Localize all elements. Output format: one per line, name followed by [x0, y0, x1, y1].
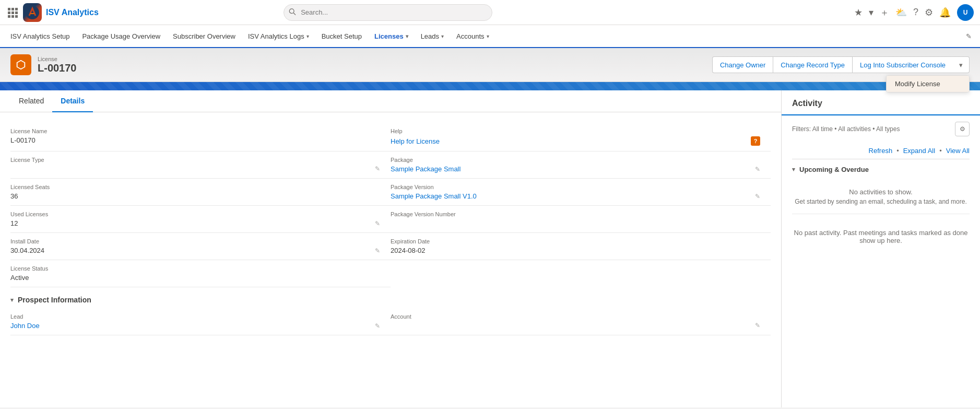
- activity-header: Activity: [782, 90, 980, 115]
- field-help: Help Help for License ?: [391, 123, 771, 151]
- nav-label-isv-logs: ISV Analytics Logs: [248, 32, 304, 40]
- setup-icon[interactable]: ⛅: [895, 7, 907, 18]
- nav-item-isv-logs[interactable]: ISV Analytics Logs ▾: [242, 25, 315, 48]
- package-version-number-label: Package Version Number: [391, 211, 760, 217]
- record-type-icon: [10, 54, 31, 75]
- header-actions-dropdown-button[interactable]: ▾: [953, 56, 970, 73]
- log-into-subscriber-console-button[interactable]: Log Into Subscriber Console: [852, 56, 953, 73]
- change-record-type-button[interactable]: Change Record Type: [773, 56, 852, 73]
- install-date-value-wrap: 30.04.2024 ✎: [10, 247, 380, 254]
- nav-label-package-usage: Package Usage Overview: [82, 32, 160, 40]
- lead-label: Lead: [10, 313, 380, 320]
- search-icon: [289, 8, 296, 17]
- field-used-licenses: Used Licenses 12 ✎: [10, 206, 391, 233]
- app-name: ISV Analytics: [46, 8, 99, 17]
- used-licenses-edit-icon[interactable]: ✎: [375, 220, 380, 227]
- left-panel: Related Details License Name L-00170 Hel…: [0, 90, 782, 407]
- upcoming-section-header[interactable]: ▾ Upcoming & Overdue: [792, 159, 970, 180]
- svg-rect-4: [11, 11, 14, 14]
- header-actions: Change Owner Change Record Type Log Into…: [712, 56, 970, 73]
- nav-item-accounts[interactable]: Accounts ▾: [450, 25, 495, 48]
- field-license-type: License Type ✎: [10, 151, 391, 179]
- nav-item-licenses[interactable]: Licenses ▾: [368, 25, 415, 48]
- expand-all-link[interactable]: Expand All: [903, 147, 935, 155]
- nav-label-isv-setup: ISV Analytics Setup: [10, 32, 69, 40]
- lead-edit-icon[interactable]: ✎: [375, 322, 380, 330]
- modify-license-option[interactable]: Modify License: [887, 76, 969, 92]
- favorites-dropdown-icon[interactable]: ▾: [869, 7, 873, 18]
- svg-rect-0: [8, 8, 10, 10]
- licensed-seats-value-wrap: 36: [10, 192, 380, 200]
- field-licensed-seats: Licensed Seats 36: [10, 179, 391, 206]
- svg-rect-5: [15, 11, 18, 14]
- prospect-section-chevron-icon: ▾: [10, 297, 14, 303]
- field-license-name: License Name L-00170: [10, 123, 391, 151]
- license-type-edit-icon[interactable]: ✎: [375, 165, 380, 172]
- package-edit-icon[interactable]: ✎: [755, 166, 760, 173]
- nav-item-package-usage[interactable]: Package Usage Overview: [76, 25, 167, 48]
- package-version-value-wrap: Sample Package Small V1.0 ✎: [391, 192, 760, 200]
- activity-title: Activity: [792, 99, 822, 114]
- field-lead: Lead John Doe ✎: [10, 308, 391, 335]
- record-header-left: License L-00170: [10, 54, 77, 75]
- avatar[interactable]: U: [957, 4, 974, 21]
- activity-filters: Filters: All time • All activities • All…: [782, 115, 980, 143]
- dot-separator-1: •: [896, 147, 899, 155]
- bell-icon[interactable]: 🔔: [939, 7, 951, 18]
- activity-filters-text: Filters: All time • All activities • All…: [792, 125, 955, 133]
- right-panel: Activity Filters: All time • All activit…: [782, 90, 980, 407]
- leads-chevron-icon: ▾: [441, 33, 444, 39]
- install-date-edit-icon[interactable]: ✎: [375, 247, 380, 254]
- activity-settings-icon: ⚙: [960, 125, 965, 133]
- svg-rect-6: [8, 15, 10, 18]
- form-content: License Name L-00170 Help Help for Licen…: [0, 112, 781, 346]
- view-all-link[interactable]: View All: [946, 147, 970, 155]
- license-status-label: License Status: [10, 265, 380, 272]
- record-info: License L-00170: [38, 56, 77, 74]
- expiration-date-value: 2024-08-02: [391, 247, 426, 254]
- app-launcher-icon[interactable]: [6, 6, 19, 19]
- help-icon[interactable]: ?: [913, 7, 918, 18]
- favorites-icon[interactable]: ★: [854, 7, 863, 18]
- search-input[interactable]: [284, 4, 492, 21]
- activity-settings-button[interactable]: ⚙: [955, 122, 970, 136]
- past-activity-message: No past activity. Past meetings and task…: [782, 220, 980, 253]
- change-owner-button[interactable]: Change Owner: [712, 56, 773, 73]
- license-name-value-wrap: L-00170: [10, 136, 380, 144]
- licenses-chevron-icon: ▾: [406, 33, 408, 39]
- license-type-value-wrap: ✎: [10, 165, 380, 172]
- dropdown-chevron-icon: ▾: [959, 61, 963, 69]
- nav-item-bucket-setup[interactable]: Bucket Setup: [315, 25, 368, 48]
- package-link[interactable]: Sample Package Small: [391, 165, 461, 173]
- nav-label-licenses: Licenses: [374, 32, 404, 40]
- field-package-version-number: Package Version Number: [391, 206, 771, 233]
- tab-related[interactable]: Related: [10, 90, 52, 112]
- nav-item-isv-setup[interactable]: ISV Analytics Setup: [4, 25, 76, 48]
- field-install-date: Install Date 30.04.2024 ✎: [10, 233, 391, 260]
- nav-menu: ISV Analytics Setup Package Usage Overvi…: [0, 25, 980, 48]
- form-grid: License Name L-00170 Help Help for Licen…: [10, 123, 771, 287]
- license-name-value: L-00170: [10, 136, 36, 144]
- tab-details[interactable]: Details: [52, 90, 93, 112]
- svg-rect-2: [15, 8, 18, 10]
- help-value-wrap: Help for License ?: [391, 136, 760, 146]
- refresh-link[interactable]: Refresh: [869, 147, 893, 155]
- svg-rect-8: [15, 15, 18, 18]
- search-bar: [284, 4, 492, 21]
- lead-link[interactable]: John Doe: [10, 322, 40, 330]
- add-icon[interactable]: ＋: [880, 6, 889, 19]
- nav-item-subscriber-overview[interactable]: Subscriber Overview: [167, 25, 242, 48]
- isv-logs-chevron-icon: ▾: [306, 33, 309, 39]
- nav-item-leads[interactable]: Leads ▾: [415, 25, 450, 48]
- package-version-edit-icon[interactable]: ✎: [755, 193, 760, 200]
- nav-label-bucket-setup: Bucket Setup: [322, 32, 362, 40]
- help-link[interactable]: Help for License: [391, 137, 440, 145]
- licensed-seats-label: Licensed Seats: [10, 184, 380, 190]
- package-version-link[interactable]: Sample Package Small V1.0: [391, 192, 477, 200]
- nav-more-icon[interactable]: ✎: [966, 32, 972, 40]
- account-edit-icon[interactable]: ✎: [755, 322, 760, 329]
- prospect-section-header[interactable]: ▾ Prospect Information: [10, 287, 771, 308]
- used-licenses-value-wrap: 12 ✎: [10, 219, 380, 227]
- gear-icon[interactable]: ⚙: [925, 7, 933, 18]
- help-badge-icon[interactable]: ?: [751, 136, 760, 146]
